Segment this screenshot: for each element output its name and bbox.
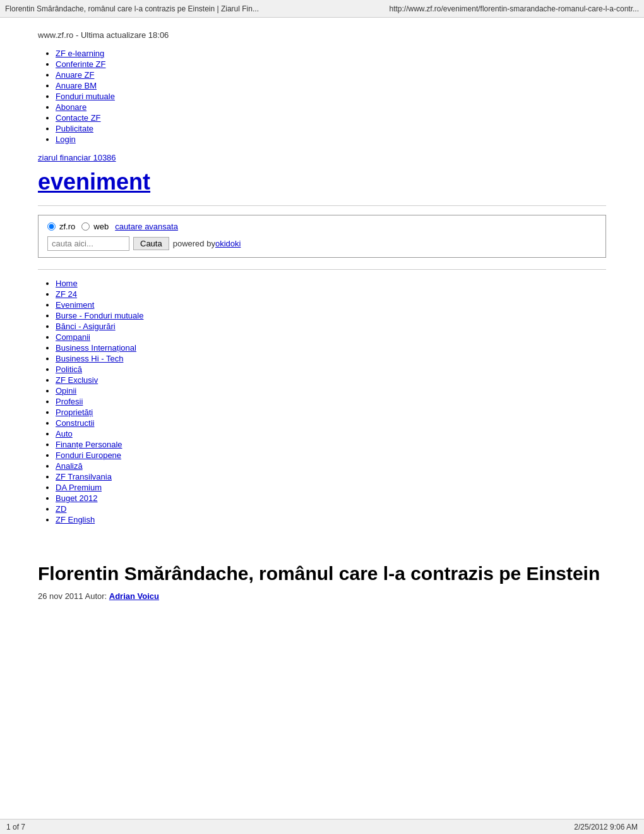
main-nav-opinii[interactable]: Opinii — [56, 386, 76, 396]
radio-zf[interactable]: zf.ro — [47, 222, 75, 231]
okidoki-link[interactable]: okidoki — [215, 239, 241, 248]
top-nav-list: ZF e-learning Conferinte ZF Anuare ZF An… — [38, 49, 606, 144]
nav-link-login[interactable]: Login — [56, 135, 76, 144]
radio-zf-label: zf.ro — [59, 222, 75, 231]
main-nav-business-int[interactable]: Business Internațional — [56, 343, 136, 353]
list-item: Fonduri mutuale — [56, 92, 606, 101]
footer-bar: 1 of 7 2/25/2012 9:06 AM — [0, 819, 644, 834]
main-nav-business-hi[interactable]: Business Hi - Tech — [56, 354, 123, 363]
divider-2 — [38, 269, 606, 270]
nav-link-contacte[interactable]: Contacte ZF — [56, 113, 101, 123]
main-nav-politica[interactable]: Politică — [56, 365, 82, 374]
main-nav-zf24[interactable]: ZF 24 — [56, 289, 77, 299]
radio-web-label: web — [93, 222, 109, 231]
list-item: Opinii — [56, 386, 606, 396]
main-nav-zf-exclusiv[interactable]: ZF Exclusiv — [56, 375, 98, 385]
list-item: Publicitate — [56, 124, 606, 133]
nav-link-fonduri[interactable]: Fonduri mutuale — [56, 92, 115, 101]
main-nav-zf-transilvania[interactable]: ZF Transilvania — [56, 472, 112, 481]
main-nav-home[interactable]: Home — [56, 279, 78, 288]
nav-link-zf-elearning[interactable]: ZF e-learning — [56, 49, 104, 58]
timestamp: 2/25/2012 9:06 AM — [574, 823, 638, 831]
article-title: Florentin Smărândache, românul care l-a … — [38, 562, 606, 585]
list-item: Conferinte ZF — [56, 59, 606, 69]
breadcrumb[interactable]: ziarul financiar 10386 — [38, 153, 606, 162]
list-item: Eveniment — [56, 300, 606, 310]
advanced-search-link[interactable]: cautare avansata — [115, 222, 178, 231]
nav-link-conferinte[interactable]: Conferinte ZF — [56, 59, 105, 69]
nav-link-anuare-bm[interactable]: Anuare BM — [56, 81, 97, 90]
browser-titlebar: Florentin Smărândache, românul care l-a … — [0, 0, 644, 18]
article-author-link[interactable]: Adrian Voicu — [109, 591, 159, 601]
list-item: Politică — [56, 365, 606, 374]
main-nav-banci[interactable]: Bănci - Asigurări — [56, 322, 116, 331]
list-item: DA Premium — [56, 483, 606, 492]
nav-link-anuare-zf[interactable]: Anuare ZF — [56, 70, 94, 80]
list-item: Constructii — [56, 418, 606, 428]
list-item: Home — [56, 279, 606, 288]
search-input[interactable] — [47, 236, 129, 251]
site-meta: www.zf.ro - Ultima actualizare 18:06 — [38, 30, 606, 40]
powered-by-text: powered byokidoki — [173, 239, 241, 248]
main-nav-eveniment[interactable]: Eveniment — [56, 300, 94, 310]
main-nav-fonduri-eu[interactable]: Fonduri Europene — [56, 450, 121, 460]
list-item: Abonare — [56, 102, 606, 112]
main-nav-list: Home ZF 24 Eveniment Burse - Fonduri mut… — [38, 279, 606, 524]
list-item: Business Internațional — [56, 343, 606, 353]
main-nav-constructii[interactable]: Constructii — [56, 418, 94, 428]
main-nav-proprietati[interactable]: Proprietăți — [56, 408, 93, 417]
article-date: 26 nov 2011 — [38, 591, 83, 601]
search-button[interactable]: Cauta — [133, 237, 169, 250]
main-nav-auto[interactable]: Auto — [56, 429, 73, 438]
page-count: 1 of 7 — [6, 823, 25, 831]
list-item: Profesii — [56, 397, 606, 406]
main-nav-zf-english[interactable]: ZF English — [56, 515, 95, 524]
page-content: www.zf.ro - Ultima actualizare 18:06 ZF … — [0, 18, 644, 626]
main-nav-burse[interactable]: Burse - Fonduri mutuale — [56, 311, 143, 320]
main-nav-buget[interactable]: Buget 2012 — [56, 493, 98, 503]
list-item: Bănci - Asigurări — [56, 322, 606, 331]
list-item: Burse - Fonduri mutuale — [56, 311, 606, 320]
list-item: ZF English — [56, 515, 606, 524]
main-nav-zd[interactable]: ZD — [56, 504, 66, 514]
article-author-prefix: Autor: — [85, 591, 109, 601]
list-item: Analiză — [56, 461, 606, 471]
section-title: eveniment — [38, 169, 606, 195]
article-section: Florentin Smărândache, românul care l-a … — [38, 562, 606, 601]
list-item: ZF Exclusiv — [56, 375, 606, 385]
list-item: Business Hi - Tech — [56, 354, 606, 363]
url-bar: http://www.zf.ro/eveniment/florentin-sma… — [322, 4, 639, 13]
list-item: Buget 2012 — [56, 493, 606, 503]
search-radio-row: zf.ro web cautare avansata — [47, 222, 597, 231]
nav-link-publicitate[interactable]: Publicitate — [56, 124, 93, 133]
list-item: ZF e-learning — [56, 49, 606, 58]
main-nav-da-premium[interactable]: DA Premium — [56, 483, 102, 492]
list-item: ZF Transilvania — [56, 472, 606, 481]
radio-web-input[interactable] — [81, 222, 90, 231]
list-item: Fonduri Europene — [56, 450, 606, 460]
list-item: Login — [56, 135, 606, 144]
nav-link-abonare[interactable]: Abonare — [56, 102, 86, 112]
list-item: Proprietăți — [56, 408, 606, 417]
page-title-tab: Florentin Smărândache, românul care l-a … — [5, 4, 322, 13]
list-item: Anuare ZF — [56, 70, 606, 80]
radio-zf-input[interactable] — [47, 222, 56, 231]
radio-web[interactable]: web — [81, 222, 109, 231]
list-item: Anuare BM — [56, 81, 606, 90]
list-item: Finanțe Personale — [56, 440, 606, 449]
main-nav-analiza[interactable]: Analiză — [56, 461, 83, 471]
article-meta: 26 nov 2011 Autor: Adrian Voicu — [38, 591, 606, 601]
list-item: ZF 24 — [56, 289, 606, 299]
main-nav-finante[interactable]: Finanțe Personale — [56, 440, 122, 449]
search-box: zf.ro web cautare avansata Cauta powered… — [38, 215, 606, 258]
main-nav-profesii[interactable]: Profesii — [56, 397, 83, 406]
list-item: Auto — [56, 429, 606, 438]
list-item: Contacte ZF — [56, 113, 606, 123]
main-nav-companii[interactable]: Companii — [56, 332, 90, 342]
divider — [38, 205, 606, 206]
list-item: ZD — [56, 504, 606, 514]
search-input-row: Cauta powered byokidoki — [47, 236, 597, 251]
list-item: Companii — [56, 332, 606, 342]
